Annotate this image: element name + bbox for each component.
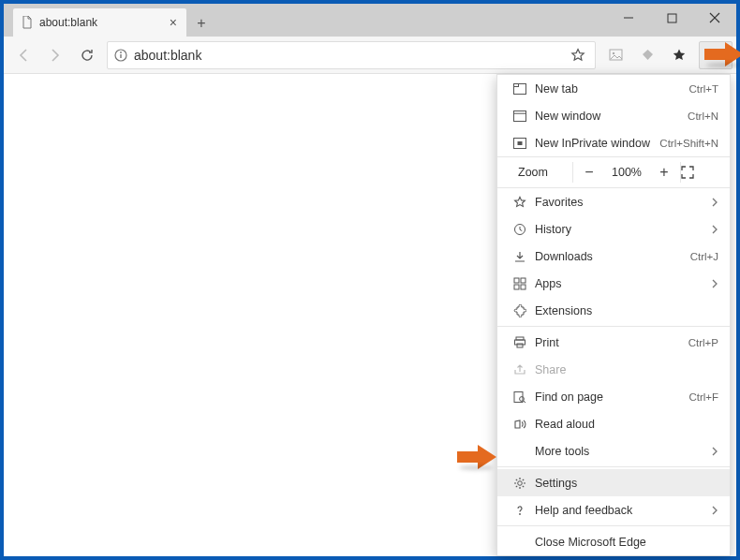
- downloads-icon: [509, 250, 531, 263]
- favorites-star-icon[interactable]: [567, 44, 589, 66]
- toolbar: [4, 37, 736, 74]
- menu-extensions[interactable]: Extensions: [497, 297, 730, 324]
- find-icon: [509, 391, 531, 404]
- svg-rect-14: [514, 111, 526, 121]
- menu-separator: [497, 326, 730, 327]
- url-input[interactable]: [134, 48, 567, 63]
- svg-rect-13: [514, 83, 519, 86]
- menu-favorites[interactable]: Favorites: [497, 188, 730, 215]
- zoom-in-button[interactable]: +: [648, 164, 680, 181]
- file-icon: [21, 16, 34, 29]
- svg-rect-20: [521, 278, 525, 283]
- svg-point-29: [518, 480, 523, 485]
- settings-menu: New tab Ctrl+T New window Ctrl+N New InP…: [496, 74, 731, 556]
- menu-shortcut: Ctrl+P: [688, 337, 718, 348]
- menu-label: Print: [531, 336, 688, 349]
- new-tab-button[interactable]: +: [188, 10, 215, 37]
- address-bar[interactable]: [107, 41, 596, 69]
- history-icon: [509, 223, 531, 236]
- svg-line-28: [524, 401, 525, 403]
- extension-icon-2[interactable]: [631, 39, 663, 71]
- menu-help[interactable]: Help and feedback: [497, 496, 730, 523]
- menu-zoom: Zoom − 100% +: [497, 156, 730, 188]
- browser-window: about:blank × +: [4, 4, 736, 556]
- fullscreen-button[interactable]: [681, 166, 715, 179]
- menu-label: Share: [531, 363, 718, 376]
- menu-more-tools[interactable]: More tools: [497, 437, 730, 464]
- zoom-out-button[interactable]: −: [573, 164, 605, 181]
- svg-rect-1: [668, 14, 676, 22]
- close-window-button[interactable]: [693, 4, 736, 32]
- menu-history[interactable]: History: [497, 215, 730, 243]
- new-window-icon: [509, 111, 531, 122]
- menu-button[interactable]: [699, 41, 733, 69]
- menu-shortcut: Ctrl+T: [688, 83, 718, 95]
- svg-point-11: [720, 53, 723, 56]
- refresh-button[interactable]: [71, 39, 103, 71]
- svg-rect-19: [514, 278, 519, 283]
- menu-label: Find on page: [531, 391, 688, 404]
- gear-icon: [509, 477, 531, 490]
- svg-rect-21: [514, 285, 519, 289]
- menu-label: Help and feedback: [531, 504, 711, 517]
- maximize-button[interactable]: [650, 4, 693, 32]
- svg-point-27: [520, 396, 525, 401]
- menu-apps[interactable]: Apps: [497, 270, 730, 297]
- read-aloud-icon: [509, 418, 531, 431]
- zoom-label: Zoom: [497, 166, 572, 179]
- help-icon: [509, 504, 531, 517]
- chevron-right-icon: [711, 225, 718, 234]
- menu-new-tab[interactable]: New tab Ctrl+T: [497, 75, 730, 102]
- favorites-icon[interactable]: [663, 39, 695, 71]
- extensions-icon: [509, 304, 531, 317]
- svg-point-6: [120, 52, 122, 53]
- menu-find[interactable]: Find on page Ctrl+F: [497, 383, 730, 410]
- image-extension-icon[interactable]: [599, 39, 631, 71]
- menu-label: Downloads: [531, 250, 690, 263]
- menu-label: New tab: [531, 82, 688, 96]
- titlebar: about:blank × +: [4, 4, 736, 37]
- minimize-button[interactable]: [607, 4, 650, 32]
- site-info-icon[interactable]: [113, 48, 128, 63]
- chevron-right-icon: [711, 198, 718, 207]
- new-tab-icon: [509, 83, 531, 95]
- tab-close-button[interactable]: ×: [168, 15, 179, 30]
- menu-label: Extensions: [531, 304, 718, 317]
- chevron-right-icon: [711, 279, 718, 288]
- page-content: New tab Ctrl+T New window Ctrl+N New InP…: [4, 74, 736, 556]
- svg-point-8: [612, 52, 614, 54]
- toolbar-right: [599, 39, 733, 71]
- chevron-right-icon: [711, 447, 718, 456]
- chevron-right-icon: [711, 506, 718, 515]
- share-icon: [509, 363, 531, 376]
- inprivate-icon: [509, 138, 531, 149]
- svg-point-30: [519, 513, 521, 515]
- svg-rect-17: [518, 141, 523, 145]
- zoom-value: 100%: [605, 166, 648, 179]
- print-icon: [509, 336, 531, 349]
- menu-shortcut: Ctrl+J: [690, 251, 718, 262]
- menu-label: Settings: [531, 477, 718, 490]
- menu-label: New InPrivate window: [531, 137, 659, 150]
- tabstrip: about:blank × +: [4, 4, 607, 37]
- menu-settings[interactable]: Settings: [497, 469, 730, 496]
- menu-share: Share: [497, 356, 730, 383]
- tab-active[interactable]: about:blank ×: [13, 8, 186, 37]
- menu-downloads[interactable]: Downloads Ctrl+J: [497, 243, 730, 270]
- menu-label: Read aloud: [531, 418, 718, 431]
- menu-label: Close Microsoft Edge: [531, 536, 718, 549]
- svg-point-10: [715, 53, 718, 56]
- svg-rect-22: [521, 285, 525, 289]
- back-button[interactable]: [7, 39, 39, 71]
- menu-new-window[interactable]: New window Ctrl+N: [497, 102, 730, 129]
- menu-separator: [497, 525, 730, 526]
- svg-rect-12: [514, 83, 526, 94]
- forward-button[interactable]: [39, 39, 71, 71]
- menu-label: History: [531, 223, 711, 236]
- menu-close-edge[interactable]: Close Microsoft Edge: [497, 528, 730, 555]
- apps-icon: [509, 277, 531, 290]
- menu-inprivate[interactable]: New InPrivate window Ctrl+Shift+N: [497, 129, 730, 156]
- menu-print[interactable]: Print Ctrl+P: [497, 329, 730, 356]
- menu-read-aloud[interactable]: Read aloud: [497, 410, 730, 437]
- menu-label: Apps: [531, 277, 711, 290]
